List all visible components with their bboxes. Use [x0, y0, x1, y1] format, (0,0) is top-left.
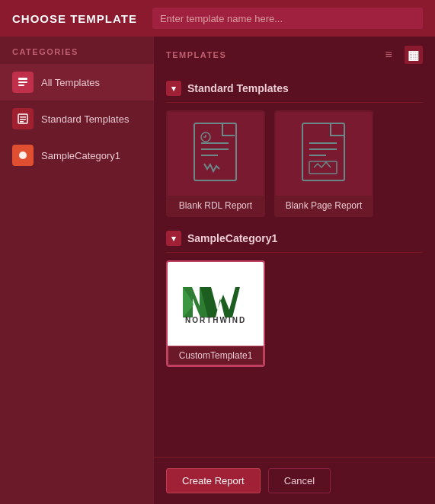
- all-templates-icon: [12, 72, 34, 93]
- custom1-thumb: NORTHWIND: [168, 262, 265, 346]
- grid-view-button[interactable]: ▦: [405, 46, 423, 64]
- cancel-button[interactable]: Cancel: [268, 468, 331, 493]
- sidebar-item-standard[interactable]: Standard Templates: [0, 100, 154, 137]
- sample-section-label: SampleCategory1: [187, 232, 277, 244]
- content-header: TEMPLATES ≡ ▦: [154, 37, 435, 73]
- custom1-label: CustomTemplate1: [168, 346, 264, 365]
- svg-rect-1: [18, 81, 27, 83]
- sample-category-icon: [12, 145, 34, 166]
- sample-templates-grid: NORTHWIND CustomTemplate1: [160, 260, 429, 373]
- svg-rect-4: [20, 116, 26, 118]
- create-report-button[interactable]: Create Report: [166, 468, 261, 493]
- svg-rect-5: [20, 119, 26, 120]
- standard-section-header: ▾ Standard Templates: [160, 73, 429, 102]
- blank-page-label: Blank Page Report: [276, 196, 372, 215]
- main-layout: CATEGORIES All Templates Stand: [0, 37, 435, 504]
- list-view-button[interactable]: ≡: [380, 46, 398, 64]
- sidebar-item-standard-label: Standard Templates: [41, 113, 129, 125]
- categories-label: CATEGORIES: [0, 37, 154, 64]
- sample-section-header: ▾ SampleCategory1: [160, 223, 429, 252]
- blank-page-thumb: [276, 112, 373, 196]
- svg-rect-2: [18, 85, 24, 86]
- templates-scroll[interactable]: ▾ Standard Templates: [154, 73, 435, 457]
- standard-templates-icon: [12, 108, 34, 129]
- sample-section-divider: [166, 252, 423, 253]
- content-area: TEMPLATES ≡ ▦ ▾ Standard Templates: [154, 37, 435, 504]
- svg-rect-19: [309, 161, 337, 174]
- view-toggle: ≡ ▦: [380, 46, 423, 64]
- sample-section-chevron[interactable]: ▾: [166, 231, 181, 246]
- search-input[interactable]: [152, 8, 423, 29]
- sidebar: CATEGORIES All Templates Stand: [0, 37, 154, 504]
- standard-templates-grid: Blank RDL Report: [160, 110, 429, 223]
- standard-section-divider: [166, 102, 423, 103]
- template-blank-rdl[interactable]: Blank RDL Report: [166, 110, 265, 217]
- blank-rdl-thumb: [168, 112, 265, 196]
- templates-label: TEMPLATES: [166, 50, 226, 59]
- svg-point-7: [19, 152, 27, 159]
- svg-rect-6: [20, 121, 24, 123]
- svg-rect-0: [18, 78, 27, 80]
- standard-section-label: Standard Templates: [187, 82, 289, 94]
- blank-rdl-label: Blank RDL Report: [168, 196, 264, 215]
- sidebar-item-sample-label: SampleCategory1: [41, 150, 120, 161]
- svg-rect-8: [194, 123, 236, 180]
- sidebar-item-all[interactable]: All Templates: [0, 64, 154, 100]
- header: CHOOSE TEMPLATE: [0, 0, 435, 37]
- template-blank-page[interactable]: Blank Page Report: [274, 110, 373, 217]
- header-title: CHOOSE TEMPLATE: [12, 12, 137, 25]
- footer: Create Report Cancel: [154, 457, 435, 504]
- sidebar-item-all-label: All Templates: [41, 77, 100, 88]
- sidebar-item-sample[interactable]: SampleCategory1: [0, 137, 154, 174]
- standard-section-chevron[interactable]: ▾: [166, 81, 181, 96]
- svg-text:NORTHWIND: NORTHWIND: [185, 316, 246, 324]
- template-custom1[interactable]: NORTHWIND CustomTemplate1: [166, 260, 265, 367]
